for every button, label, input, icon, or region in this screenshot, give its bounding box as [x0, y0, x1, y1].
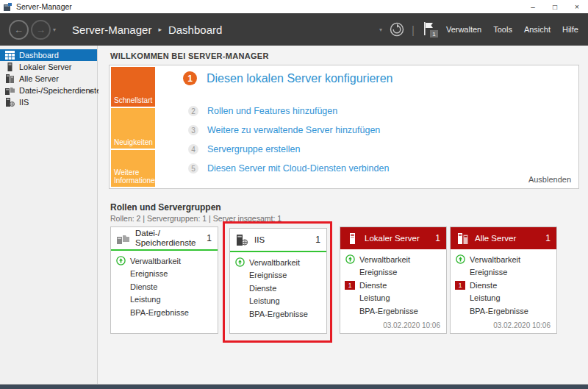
breadcrumb-root[interactable]: Server-Manager [72, 24, 151, 36]
tile-alle-server[interactable]: Alle Server 1 Verwaltbarkeit Ereignisse … [450, 226, 557, 334]
dashboard-icon [5, 51, 15, 60]
row-verwaltbarkeit[interactable]: Verwaltbarkeit [340, 253, 446, 266]
sidebar-item-label: Alle Server [19, 74, 59, 83]
tile-timestamp: 03.02.2020 10:06 [493, 321, 551, 329]
row-dienste[interactable]: Dienste [230, 282, 326, 295]
tile-title: Datei-/ Speicherdienste [135, 229, 207, 248]
row-verwaltbarkeit[interactable]: Verwaltbarkeit [111, 254, 218, 268]
row-leistung[interactable]: Leistung [340, 292, 446, 305]
step-number-badge: 2 [188, 106, 198, 116]
menu-hilfe[interactable]: Hilfe [560, 25, 581, 34]
hide-welcome-link[interactable]: Ausblenden [528, 175, 571, 184]
notifications-count-badge: 1 [430, 30, 438, 38]
window-title: Server-Manager [16, 2, 72, 11]
step-connect-cloud-services[interactable]: 5 Diesen Server mit Cloud-Diensten verbi… [188, 163, 389, 174]
row-label: Dienste [130, 282, 157, 291]
row-label: BPA-Ergebnisse [359, 307, 418, 315]
row-label: Dienste [249, 284, 276, 293]
step-number-badge: 4 [188, 144, 198, 154]
row-dienste[interactable]: 1 Dienste [451, 279, 556, 292]
row-dienste[interactable]: 1 Dienste [340, 279, 446, 292]
row-bpa-ergebnisse[interactable]: BPA-Ergebnisse [451, 304, 556, 318]
servers-icon [5, 74, 15, 83]
row-ereignisse[interactable]: Ereignisse [230, 269, 326, 282]
server-caret-icon[interactable]: ▾ [379, 26, 382, 33]
row-ereignisse[interactable]: Ereignisse [451, 266, 556, 279]
row-label: Dienste [470, 281, 497, 290]
step-add-servers[interactable]: 3 Weitere zu verwaltende Server hinzufüg… [188, 125, 380, 135]
iis-icon [5, 98, 15, 107]
step-label: Servergruppe erstellen [207, 144, 300, 154]
sidebar-item-dashboard[interactable]: Dashboard [0, 49, 97, 61]
sidebar-item-label: Datei-/Speicherdienste [19, 86, 101, 95]
step-add-roles-features[interactable]: 2 Rollen und Features hinzufügen [188, 106, 337, 116]
breadcrumb: Server-Manager ▸ Dashboard [72, 24, 222, 36]
sidebar-item-alle-server[interactable]: Alle Server [0, 73, 97, 85]
row-leistung[interactable]: Leistung [230, 295, 326, 308]
row-ereignisse[interactable]: Ereignisse [340, 266, 446, 279]
tile-title: Alle Server [475, 234, 545, 243]
tile-lokaler-server[interactable]: Lokaler Server 1 Verwaltbarkeit Ereignis… [340, 226, 447, 334]
history-caret-icon[interactable]: ▾ [53, 26, 56, 33]
row-label: Verwaltbarkeit [130, 257, 181, 265]
chevron-right-icon[interactable]: ▸ [90, 88, 93, 94]
menu-tools[interactable]: Tools [491, 25, 514, 34]
row-verwaltbarkeit[interactable]: Verwaltbarkeit [230, 256, 326, 269]
row-label: Leistung [249, 296, 280, 305]
title-bar: Server-Manager – □ × [0, 0, 588, 13]
breadcrumb-separator-icon: ▸ [158, 26, 162, 33]
row-leistung[interactable]: Leistung [451, 292, 556, 305]
tile-header: IIS 1 [230, 229, 326, 252]
tile-datei-speicherdienste[interactable]: Datei-/ Speicherdienste 1 Verwaltbarkeit… [110, 226, 218, 334]
notifications-flag-icon[interactable]: 1 [422, 21, 437, 38]
step-configure-local-server[interactable]: 1 Diesen lokalen Server konfigurieren [183, 71, 392, 85]
step-create-server-group[interactable]: 4 Servergruppe erstellen [188, 144, 300, 154]
close-button[interactable]: × [566, 0, 588, 13]
app-icon [4, 3, 12, 11]
row-dienste[interactable]: Dienste [111, 280, 218, 293]
step-label: Rollen und Features hinzufügen [207, 106, 337, 116]
minimize-button[interactable]: – [522, 0, 544, 13]
section-weitere-informationen[interactable]: Weitere Informationen [111, 150, 155, 187]
section-schnellstart[interactable]: Schnellstart [111, 67, 155, 107]
sidebar-item-iis[interactable]: IIS [0, 96, 97, 108]
sidebar: Dashboard Lokaler Server Alle Server [0, 46, 98, 384]
storage-tile-icon [117, 233, 129, 244]
tile-iis[interactable]: IIS 1 Verwaltbarkeit Ereignisse Dienste … [229, 228, 327, 334]
row-bpa-ergebnisse[interactable]: BPA-Ergebnisse [340, 304, 446, 318]
row-bpa-ergebnisse[interactable]: BPA-Ergebnisse [111, 306, 218, 319]
row-ereignisse[interactable]: Ereignisse [111, 268, 218, 281]
row-label: Verwaltbarkeit [359, 255, 410, 264]
section-neuigkeiten[interactable]: Neuigkeiten [111, 108, 155, 149]
back-button[interactable]: ← [9, 20, 29, 40]
menu-verwalten[interactable]: Verwalten [444, 25, 484, 34]
row-bpa-ergebnisse[interactable]: BPA-Ergebnisse [230, 307, 326, 321]
refresh-icon[interactable] [390, 22, 404, 37]
nav-divider: | [412, 24, 415, 36]
welcome-panel: Schnellstart Neuigkeiten Weitere Informa… [109, 65, 579, 189]
server-manager-window: Server-Manager – □ × ← → ▾ Server-Manage… [0, 0, 588, 389]
menu-ansicht[interactable]: Ansicht [522, 25, 553, 34]
row-label: Leistung [130, 295, 161, 304]
sidebar-item-lokaler-server[interactable]: Lokaler Server [0, 61, 97, 73]
step-number-badge: 5 [188, 163, 198, 174]
tile-timestamp: 03.02.2020 10:06 [383, 321, 440, 329]
tile-header: Datei-/ Speicherdienste 1 [111, 227, 218, 251]
maximize-button[interactable]: □ [544, 0, 566, 13]
step-label: Weitere zu verwaltende Server hinzufügen [207, 125, 380, 135]
local-server-tile-icon [346, 233, 359, 244]
row-label: Ereignisse [359, 268, 397, 276]
step-label: Diesen lokalen Server konfigurieren [207, 72, 392, 85]
sidebar-item-datei-speicherdienste[interactable]: Datei-/Speicherdienste ▸ [0, 85, 97, 96]
section-label: Weitere Informationen [114, 168, 159, 185]
row-verwaltbarkeit[interactable]: Verwaltbarkeit [451, 253, 556, 266]
welcome-heading: WILLKOMMEN BEI SERVER-MANAGER [110, 51, 269, 60]
sidebar-item-label: Dashboard [19, 51, 59, 60]
status-up-icon [111, 256, 130, 265]
tile-rows: Verwaltbarkeit Ereignisse 1 Dienste Leis… [340, 249, 446, 318]
forward-button[interactable]: → [31, 20, 51, 40]
row-label: BPA-Ergebnisse [249, 310, 308, 318]
tile-count: 1 [545, 233, 551, 243]
tile-rows: Verwaltbarkeit Ereignisse 1 Dienste Leis… [451, 249, 556, 318]
row-leistung[interactable]: Leistung [111, 293, 218, 307]
